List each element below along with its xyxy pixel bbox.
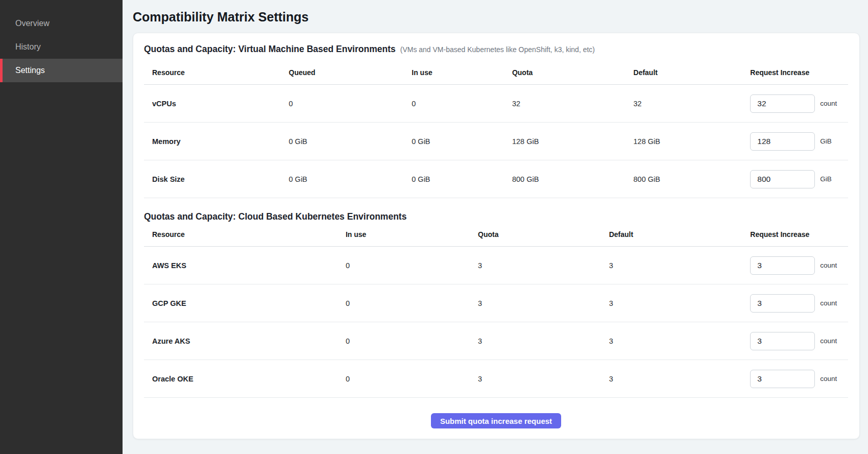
in-use-value: 0 (346, 375, 478, 383)
request-increase-cell: count (750, 370, 848, 388)
column-header-default: Default (634, 68, 751, 77)
memory-request-input[interactable] (750, 132, 815, 151)
table-row-disk-size: Disk Size 0 GiB 0 GiB 800 GiB 800 GiB Gi… (144, 160, 848, 198)
quota-value: 128 GiB (512, 137, 634, 146)
default-value: 128 GiB (634, 137, 751, 146)
aws-eks-request-input[interactable] (750, 256, 815, 275)
request-increase-cell: count (750, 256, 848, 275)
default-value: 800 GiB (634, 175, 751, 183)
submit-quota-increase-button[interactable]: Submit quota increase request (431, 413, 561, 428)
oracle-oke-request-input[interactable] (750, 370, 815, 388)
queued-value: 0 GiB (289, 175, 412, 183)
in-use-value: 0 (346, 261, 478, 270)
in-use-value: 0 (346, 337, 478, 345)
resource-name: Disk Size (144, 175, 289, 183)
unit-label: count (820, 100, 837, 107)
in-use-value: 0 (346, 299, 478, 307)
table-row-azure-aks: Azure AKS 0 3 3 count (144, 322, 848, 360)
vm-section-title: Quotas and Capacity: Virtual Machine Bas… (144, 44, 396, 55)
resource-name: Azure AKS (144, 337, 346, 345)
unit-label: count (820, 337, 837, 345)
quota-value: 3 (478, 337, 609, 345)
resource-name: vCPUs (144, 100, 289, 108)
azure-aks-request-input[interactable] (750, 332, 815, 350)
quota-value: 3 (478, 299, 609, 307)
cloud-section-header: Quotas and Capacity: Cloud Based Kuberne… (144, 211, 848, 222)
unit-label: GiB (820, 175, 832, 183)
default-value: 3 (609, 299, 751, 307)
page-title: Compatibility Matrix Settings (133, 9, 860, 25)
default-value: 32 (634, 100, 751, 108)
resource-name: Memory (144, 137, 289, 146)
quota-value: 3 (478, 375, 609, 383)
cloud-table-header-row: Resource In use Quota Default Request In… (144, 222, 848, 247)
quota-value: 3 (478, 261, 609, 270)
resource-name: Oracle OKE (144, 375, 346, 383)
request-increase-cell: count (750, 94, 848, 113)
cloud-quota-table: Resource In use Quota Default Request In… (144, 222, 848, 398)
unit-label: GiB (820, 137, 832, 145)
resource-name: AWS EKS (144, 261, 346, 270)
vm-section-header: Quotas and Capacity: Virtual Machine Bas… (144, 44, 848, 55)
default-value: 3 (609, 261, 751, 270)
sidebar-item-label: History (15, 42, 41, 52)
request-increase-cell: count (750, 294, 848, 313)
default-value: 3 (609, 375, 751, 383)
vm-table-header-row: Resource Queued In use Quota Default Req… (144, 55, 848, 85)
column-header-in-use: In use (412, 68, 512, 77)
submit-row: Submit quota increase request (144, 398, 848, 428)
in-use-value: 0 GiB (412, 137, 512, 146)
table-row-oracle-oke: Oracle OKE 0 3 3 count (144, 360, 848, 398)
unit-label: count (820, 299, 837, 307)
cloud-section-title: Quotas and Capacity: Cloud Based Kuberne… (144, 211, 406, 222)
column-header-quota: Quota (478, 230, 609, 238)
vcpus-request-input[interactable] (750, 94, 815, 113)
column-header-resource: Resource (144, 230, 346, 238)
table-row-memory: Memory 0 GiB 0 GiB 128 GiB 128 GiB GiB (144, 123, 848, 160)
in-use-value: 0 (412, 100, 512, 108)
column-header-default: Default (609, 230, 751, 238)
main-content: Compatibility Matrix Settings Quotas and… (123, 0, 868, 454)
quota-value: 32 (512, 100, 634, 108)
table-row-vcpus: vCPUs 0 0 32 32 count (144, 85, 848, 123)
table-row-aws-eks: AWS EKS 0 3 3 count (144, 247, 848, 284)
column-header-quota: Quota (512, 68, 634, 77)
gcp-gke-request-input[interactable] (750, 294, 815, 313)
column-header-in-use: In use (346, 230, 478, 238)
request-increase-cell: GiB (750, 170, 848, 188)
sidebar: Overview History Settings (0, 0, 123, 454)
queued-value: 0 GiB (289, 137, 412, 146)
vm-section-subtitle: (VMs and VM-based Kubernetes like OpenSh… (400, 45, 595, 54)
sidebar-item-settings[interactable]: Settings (0, 59, 123, 82)
column-header-resource: Resource (144, 68, 289, 77)
request-increase-cell: GiB (750, 132, 848, 151)
column-header-queued: Queued (289, 68, 412, 77)
request-increase-cell: count (750, 332, 848, 350)
resource-name: GCP GKE (144, 299, 346, 307)
sidebar-item-label: Overview (15, 19, 50, 28)
vm-quota-table: Resource Queued In use Quota Default Req… (144, 55, 848, 198)
table-row-gcp-gke: GCP GKE 0 3 3 count (144, 284, 848, 322)
settings-card: Quotas and Capacity: Virtual Machine Bas… (133, 33, 860, 439)
sidebar-item-label: Settings (15, 66, 45, 75)
sidebar-item-history[interactable]: History (0, 35, 123, 59)
unit-label: count (820, 375, 837, 383)
quota-value: 800 GiB (512, 175, 634, 183)
in-use-value: 0 GiB (412, 175, 512, 183)
unit-label: count (820, 261, 837, 269)
queued-value: 0 (289, 100, 412, 108)
column-header-request-increase: Request Increase (750, 68, 848, 77)
disk-size-request-input[interactable] (750, 170, 815, 188)
sidebar-item-overview[interactable]: Overview (0, 12, 123, 35)
column-header-request-increase: Request Increase (750, 230, 848, 238)
default-value: 3 (609, 337, 751, 345)
